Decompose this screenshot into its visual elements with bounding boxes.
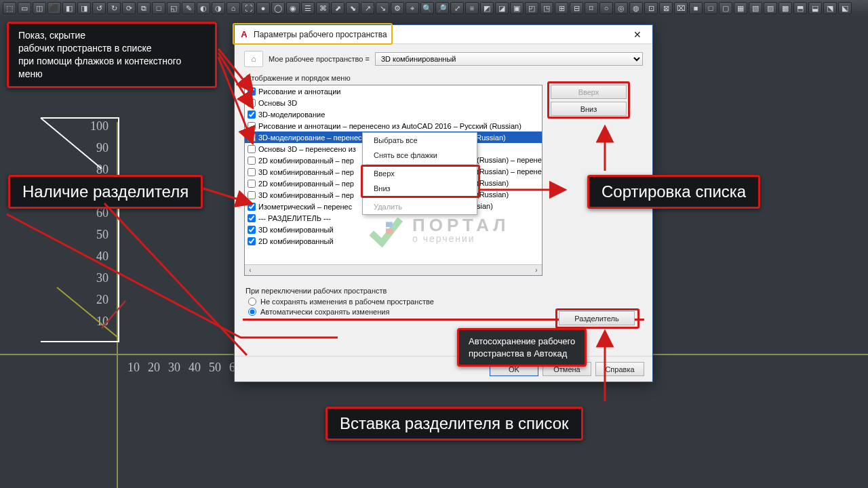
workspace-list-item[interactable]: Основы 3D bbox=[245, 97, 542, 108]
toolbar-button[interactable]: ◍ bbox=[629, 2, 643, 14]
toolbar-button[interactable]: ◯ bbox=[271, 2, 285, 14]
toolbar-button[interactable]: ◫ bbox=[33, 2, 46, 14]
toolbar-button[interactable]: ◨ bbox=[77, 2, 91, 14]
my-workspace-select[interactable]: 3D комбинированный bbox=[375, 52, 643, 66]
move-down-button[interactable]: Вниз bbox=[551, 102, 627, 116]
toolbar-button[interactable]: ⟳ bbox=[122, 2, 136, 14]
workspace-checkbox[interactable] bbox=[248, 134, 256, 142]
toolbar-button[interactable]: ⤢ bbox=[450, 2, 464, 14]
toolbar-button[interactable]: ⚙ bbox=[391, 2, 404, 14]
toolbar-button[interactable]: ▧ bbox=[749, 2, 762, 14]
toolbar-button[interactable]: ⬒ bbox=[793, 2, 807, 14]
workspace-list-item[interactable]: 2D комбинированный bbox=[245, 235, 542, 247]
callout-checkbox-context: Показ, скрытие рабочих пространств в спи… bbox=[7, 22, 217, 88]
toolbar-button[interactable]: ◪ bbox=[495, 2, 509, 14]
toolbar-button[interactable]: ⬔ bbox=[823, 2, 837, 14]
toolbar-button[interactable]: ■ bbox=[689, 2, 703, 14]
toolbar-button[interactable]: ↗ bbox=[361, 2, 374, 14]
radio-no-save[interactable]: Не сохранять изменения в рабочем простра… bbox=[248, 298, 643, 306]
workspace-checkbox[interactable] bbox=[248, 168, 256, 176]
home-icon: ⌂ bbox=[244, 51, 263, 67]
toolbar-button[interactable]: ⬛ bbox=[47, 2, 61, 14]
workspace-list-item[interactable]: Рисование и аннотации – перенесено из Au… bbox=[245, 120, 542, 131]
separator-button[interactable]: Разделитель bbox=[559, 311, 635, 325]
y-axis-tick: 40 bbox=[75, 249, 108, 264]
toolbar-button[interactable]: ⌂ bbox=[226, 2, 240, 14]
ctx-move-down[interactable]: Вниз bbox=[363, 181, 477, 196]
toolbar-button[interactable]: ↺ bbox=[92, 2, 106, 14]
workspace-checkbox[interactable] bbox=[248, 122, 256, 130]
workspace-checkbox[interactable] bbox=[248, 203, 256, 211]
toolbar-button[interactable]: ⊠ bbox=[659, 2, 673, 14]
help-button[interactable]: Справка bbox=[595, 362, 644, 376]
workspace-checkbox[interactable] bbox=[248, 110, 256, 119]
toolbar-button[interactable]: ⬈ bbox=[331, 2, 344, 14]
toolbar-button[interactable]: ◧ bbox=[62, 2, 76, 14]
toolbar-button[interactable]: □ bbox=[704, 2, 717, 14]
toolbar-button[interactable]: ○ bbox=[599, 2, 613, 14]
toolbar-button[interactable]: ☰ bbox=[301, 2, 315, 14]
toolbar-button[interactable]: ⌘ bbox=[316, 2, 330, 14]
toolbar-button[interactable]: ◳ bbox=[540, 2, 553, 14]
toolbar-button[interactable]: ↘ bbox=[376, 2, 389, 14]
toolbar-button[interactable]: ▩ bbox=[778, 2, 792, 14]
toolbar-button[interactable]: ▣ bbox=[510, 2, 524, 14]
toolbar-button[interactable]: ⬚ bbox=[3, 2, 16, 14]
toolbar-button[interactable]: ⬕ bbox=[838, 2, 852, 14]
toolbar-button[interactable]: ⌧ bbox=[674, 2, 688, 14]
workspace-checkbox[interactable] bbox=[248, 157, 256, 165]
toolbar-button[interactable]: ◩ bbox=[480, 2, 494, 14]
workspace-checkbox[interactable] bbox=[248, 99, 256, 107]
x-axis-tick: 30 bbox=[168, 361, 180, 375]
workspace-list-item[interactable]: 3D комбинированный bbox=[245, 224, 542, 235]
ctx-move-up[interactable]: Вверх bbox=[363, 166, 477, 181]
ctx-delete[interactable]: Удалить bbox=[363, 199, 477, 214]
toolbar-button[interactable]: ⊞ bbox=[555, 2, 568, 14]
dialog-titlebar[interactable]: A Параметры рабочего пространства ✕ bbox=[235, 25, 652, 44]
toolbar-button[interactable]: ⊟ bbox=[570, 2, 583, 14]
toolbar-button[interactable]: 🔍 bbox=[420, 2, 434, 14]
toolbar-button[interactable]: □ bbox=[152, 2, 165, 14]
toolbar-button[interactable]: ● bbox=[256, 2, 270, 14]
list-item-overflow: (Russian) – перенесен bbox=[477, 155, 542, 166]
toolbar-button[interactable]: ↻ bbox=[107, 2, 121, 14]
workspace-list-item[interactable]: Рисование и аннотации bbox=[245, 85, 542, 97]
toolbar-button[interactable]: ✎ bbox=[182, 2, 195, 14]
toolbar-button[interactable]: ◑ bbox=[212, 2, 225, 14]
ctx-select-all[interactable]: Выбрать все bbox=[363, 133, 477, 148]
workspace-list-item[interactable]: 3D-моделирование bbox=[245, 108, 542, 120]
toolbar-button[interactable]: ⛶ bbox=[241, 2, 255, 14]
y-axis-tick: 90 bbox=[75, 141, 108, 155]
workspace-checkbox[interactable] bbox=[248, 226, 256, 234]
workspace-checkbox[interactable] bbox=[248, 145, 256, 153]
autocad-app-icon: A bbox=[239, 29, 250, 40]
toolbar-button[interactable]: ⌖ bbox=[406, 2, 419, 14]
workspace-checkbox[interactable] bbox=[248, 180, 256, 188]
toolbar-button[interactable]: ⌑ bbox=[585, 2, 598, 14]
workspace-checkbox[interactable] bbox=[248, 237, 256, 245]
close-button[interactable]: ✕ bbox=[625, 27, 650, 42]
toolbar-button[interactable]: 🔎 bbox=[435, 2, 449, 14]
callout-autosave: Автосохранение рабочего пространства в А… bbox=[457, 328, 587, 367]
toolbar-button[interactable]: ≡ bbox=[465, 2, 479, 14]
toolbar-button[interactable]: ◰ bbox=[525, 2, 538, 14]
toolbar-button[interactable]: ▦ bbox=[734, 2, 747, 14]
toolbar-button[interactable]: ⬓ bbox=[808, 2, 822, 14]
toolbar-button[interactable]: ◎ bbox=[614, 2, 628, 14]
toolbar-button[interactable]: ▢ bbox=[719, 2, 732, 14]
toolbar-button[interactable]: ▭ bbox=[18, 2, 31, 14]
toolbar-button[interactable]: ⊡ bbox=[644, 2, 658, 14]
toolbar-button[interactable]: ◱ bbox=[167, 2, 180, 14]
workspace-checkbox[interactable] bbox=[248, 87, 256, 96]
ctx-clear-all[interactable]: Снять все флажки bbox=[363, 148, 477, 163]
workspace-checkbox[interactable] bbox=[248, 191, 256, 199]
move-up-button[interactable]: Вверх bbox=[551, 85, 627, 99]
toolbar-button[interactable]: ⧉ bbox=[137, 2, 151, 14]
toolbar-button[interactable]: ◉ bbox=[286, 2, 300, 14]
horizontal-scrollbar[interactable]: ‹› bbox=[245, 264, 542, 275]
workspace-checkbox[interactable] bbox=[248, 214, 256, 222]
toolbar-button[interactable]: ◐ bbox=[197, 2, 210, 14]
toolbar-button[interactable]: ⬊ bbox=[346, 2, 359, 14]
toolbar-button[interactable]: ▨ bbox=[764, 2, 777, 14]
y-axis-tick: 30 bbox=[75, 271, 108, 285]
